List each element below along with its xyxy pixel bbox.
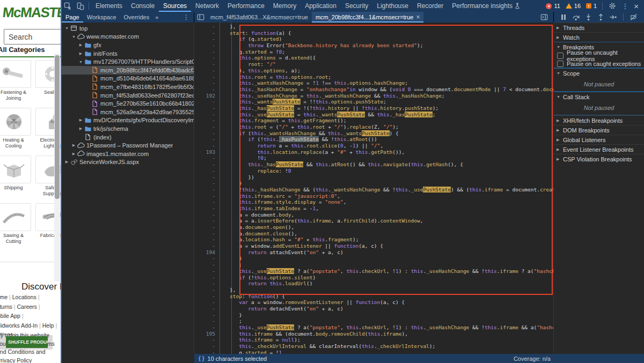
- line-number-gutter[interactable]: -: [194, 80, 220, 86]
- more-tabs-chevron-icon[interactable]: »: [153, 14, 160, 20]
- code-line[interactable]: - this._usePushState ? a("popstate", thi…: [194, 324, 553, 331]
- line-number-gutter[interactable]: -: [194, 280, 220, 287]
- line-number-gutter[interactable]: -: [194, 42, 220, 49]
- line-number-gutter[interactable]: -: [194, 275, 220, 281]
- line-number-gutter[interactable]: -: [194, 117, 220, 124]
- code-line[interactable]: - this._wantsPushState = !!this.options.…: [194, 99, 553, 105]
- sidebar-section-watch[interactable]: ▶Watch: [554, 32, 644, 42]
- line-number-gutter[interactable]: -: [194, 68, 220, 74]
- line-number-gutter[interactable]: -: [194, 55, 220, 61]
- line-number-gutter[interactable]: -: [194, 337, 220, 343]
- code-line[interactable]: - }): [194, 174, 553, 181]
- sidebar-section-threads[interactable]: ▶Threads: [554, 23, 644, 32]
- line-number-gutter[interactable]: -: [194, 193, 220, 199]
- site-scrollbar-thumb[interactable]: [55, 55, 60, 199]
- chevron-right-icon[interactable]: ▶: [64, 160, 70, 164]
- sidebar-section-global-listeners[interactable]: ▶Global Listeners: [554, 135, 644, 144]
- tree-item[interactable]: mcm_d5104b6deb641654a8ae6188fb1416: [62, 75, 194, 83]
- code-editor[interactable]: -},-start: function(a) {- if (q.started)…: [194, 23, 554, 354]
- code-line[interactable]: - this.fragment = this.getFragment();: [194, 117, 553, 124]
- code-line[interactable]: 195 this.iframe && (document.body.remove…: [194, 331, 553, 337]
- kebab-menu-icon[interactable]: ⋮: [619, 3, 631, 10]
- error-badge[interactable]: ×11: [546, 3, 560, 9]
- file-tab[interactable]: mcm_20b98fcc3f4...1&mcmsecr=true×: [312, 12, 424, 23]
- sidebar-section-csp-violation-breakpoints[interactable]: ▶CSP Violation Breakpoints: [554, 154, 644, 164]
- navigator-tab-workspace[interactable]: Workspace: [83, 12, 120, 23]
- tree-item[interactable]: ▶init/Fonts: [62, 49, 194, 58]
- inspect-element-icon[interactable]: [63, 2, 72, 10]
- line-number-gutter[interactable]: -: [194, 293, 220, 300]
- line-number-gutter[interactable]: -: [194, 343, 220, 350]
- chevron-right-icon[interactable]: ▶: [71, 152, 77, 156]
- code-line[interactable]: -},: [194, 287, 553, 293]
- line-number-gutter[interactable]: -: [194, 155, 220, 161]
- code-line[interactable]: - this._checkUrlInterval && clearInterva…: [194, 343, 553, 350]
- line-number-gutter[interactable]: -: [194, 161, 220, 168]
- tree-item[interactable]: mcm_e7fbe48316fb1782f5ee9b5f3c555f0: [62, 83, 194, 91]
- line-number-gutter[interactable]: -: [194, 324, 220, 331]
- tree-item[interactable]: ▼www.mcmaster.com: [62, 33, 194, 41]
- code-line[interactable]: 193 this.location.replace(a + "#" + this…: [194, 149, 553, 155]
- warning-badge[interactable]: 16: [566, 3, 581, 9]
- footer-link[interactable]: Home: [0, 294, 8, 300]
- code-line[interactable]: - if (!this._hasPushState && !this.atRoo…: [194, 136, 553, 143]
- code-line[interactable]: - if (q.started): [194, 36, 553, 42]
- tree-item[interactable]: (index): [62, 133, 194, 142]
- line-number-gutter[interactable]: -: [194, 61, 220, 68]
- tab-elements[interactable]: Elements: [91, 0, 127, 12]
- code-line[interactable]: - a = a.insertBefore(this.iframe, a.firs…: [194, 218, 553, 224]
- code-line[interactable]: - this.iframe.tabIndex = -1,: [194, 205, 553, 212]
- pause-exception-option[interactable]: Pause on caught exceptions: [554, 60, 644, 68]
- category-tile[interactable]: Heating & Cooling: [0, 108, 30, 149]
- sidebar-section-scope[interactable]: ▼Scope: [554, 68, 644, 78]
- close-tab-icon[interactable]: ×: [416, 13, 420, 21]
- line-number-gutter[interactable]: -: [194, 136, 220, 143]
- category-tile[interactable]: Fastening & Joining: [0, 60, 30, 101]
- tree-item[interactable]: ▶images1.mcmaster.com: [62, 150, 194, 158]
- code-line[interactable]: - return this.loadUrl(): [194, 280, 553, 287]
- code-line[interactable]: - a.document.open(),: [194, 224, 553, 231]
- code-line[interactable]: - this._hasPushState && this.atRoot() &&…: [194, 161, 553, 168]
- pretty-print-icon[interactable]: { }: [194, 355, 208, 361]
- settings-gear-icon[interactable]: [608, 2, 617, 10]
- tree-item[interactable]: ▶ServiceWorkerJS.aspx: [62, 158, 194, 167]
- code-line[interactable]: - }: [194, 312, 553, 318]
- line-number-gutter[interactable]: -: [194, 262, 220, 268]
- line-number-gutter[interactable]: 195: [194, 331, 220, 337]
- line-number-gutter[interactable]: -: [194, 130, 220, 137]
- code-line[interactable]: - this._wantsHashChange = !1 !== this.op…: [194, 80, 553, 86]
- line-number-gutter[interactable]: 192: [194, 93, 220, 99]
- code-line[interactable]: - }: [194, 180, 553, 187]
- tree-item[interactable]: ▼top: [62, 24, 194, 33]
- step-over-icon[interactable]: [572, 13, 580, 21]
- line-number-gutter[interactable]: -: [194, 99, 220, 105]
- line-number-gutter[interactable]: -: [194, 74, 220, 80]
- line-number-gutter[interactable]: -: [194, 124, 220, 130]
- tree-item[interactable]: mcm_5e270b635e1610bc66b418022ed6f4: [62, 99, 194, 108]
- line-number-gutter[interactable]: -: [194, 24, 220, 30]
- line-number-gutter[interactable]: -: [194, 143, 220, 149]
- tree-item[interactable]: ▶gfx: [62, 41, 194, 49]
- line-number-gutter[interactable]: -: [194, 318, 220, 324]
- code-line[interactable]: -stop: function() {: [194, 293, 553, 300]
- code-line[interactable]: - if (!this.options.silent): [194, 275, 553, 281]
- footer-link[interactable]: Help: [42, 322, 54, 329]
- chevron-down-icon[interactable]: ▼: [71, 35, 77, 39]
- line-number-gutter[interactable]: -: [194, 174, 220, 181]
- code-line[interactable]: - q.started = !1: [194, 350, 553, 354]
- footer-link[interactable]: Solidworks Add-In: [0, 322, 38, 329]
- code-line[interactable]: - this.iframe.src = "javascript:0",: [194, 193, 553, 199]
- code-line[interactable]: - }: [194, 255, 553, 262]
- close-devtools-icon[interactable]: ×: [632, 2, 641, 10]
- line-number-gutter[interactable]: -: [194, 218, 220, 224]
- line-number-gutter[interactable]: -: [194, 86, 220, 93]
- chevron-right-icon[interactable]: ▶: [78, 43, 84, 47]
- pause-icon[interactable]: [559, 13, 568, 21]
- tree-item[interactable]: ▶trk/js/schema: [62, 124, 194, 133]
- code-line[interactable]: - !0;: [194, 155, 553, 161]
- chevron-down-icon[interactable]: ▼: [78, 60, 84, 64]
- chevron-right-icon[interactable]: ▶: [78, 51, 84, 56]
- line-number-gutter[interactable]: -: [194, 243, 220, 249]
- file-tab[interactable]: mcm_f4f53afd063...X&mcmsecr=true: [207, 12, 312, 23]
- code-line[interactable]: - this.options = d.extend({: [194, 55, 553, 61]
